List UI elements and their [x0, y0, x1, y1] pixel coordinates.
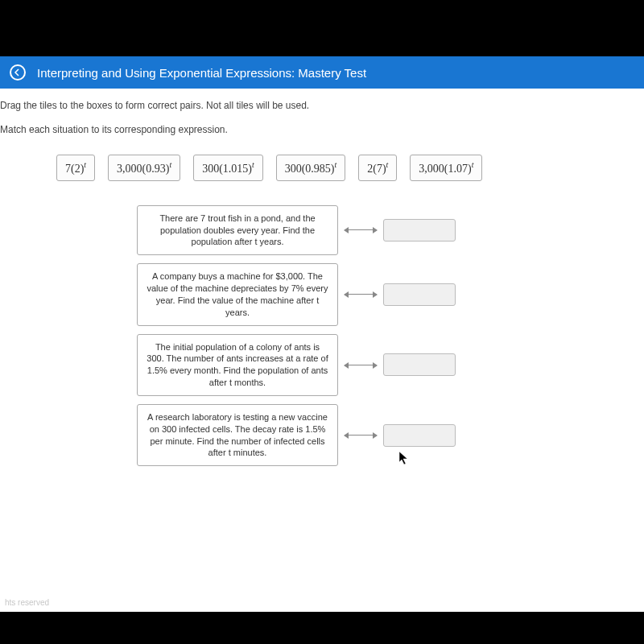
footer-copyright: hts reserved	[5, 598, 49, 607]
arrow-icon	[345, 229, 377, 230]
tile-bank: 7(2)t 3,000(0.93)t 300(1.015)t 300(0.985…	[56, 155, 604, 181]
match-rows: There are 7 trout fish in a pond, and th…	[137, 205, 636, 467]
page-title: Interpreting and Using Exponential Expre…	[37, 66, 366, 80]
match-row: The initial population of a colony of an…	[137, 334, 636, 396]
arrow-icon	[345, 435, 377, 436]
situation-box: There are 7 trout fish in a pond, and th…	[137, 205, 338, 256]
instruction-secondary: Match each situation to its correspondin…	[0, 124, 636, 135]
drop-zone[interactable]	[383, 219, 456, 242]
tile-expression[interactable]: 300(1.015)t	[193, 155, 263, 181]
match-row: A company buys a machine for $3,000. The…	[137, 263, 636, 325]
instruction-primary: Drag the tiles to the boxes to form corr…	[0, 100, 636, 111]
tile-expression[interactable]: 2(7)t	[358, 155, 397, 181]
arrow-icon	[345, 365, 377, 365]
match-row: A research laboratory is testing a new v…	[137, 404, 636, 466]
tile-expression[interactable]: 3,000(1.07)t	[410, 155, 482, 181]
app-screen: Interpreting and Using Exponential Expre…	[0, 56, 644, 612]
match-row: There are 7 trout fish in a pond, and th…	[137, 205, 636, 256]
drop-zone[interactable]	[383, 283, 456, 306]
drop-zone[interactable]	[383, 353, 456, 376]
content-area: Drag the tiles to the boxes to form corr…	[0, 89, 644, 612]
tile-expression[interactable]: 3,000(0.93)t	[108, 155, 180, 181]
tile-expression[interactable]: 7(2)t	[56, 155, 95, 181]
situation-box: The initial population of a colony of an…	[137, 334, 338, 396]
header-bar: Interpreting and Using Exponential Expre…	[0, 56, 644, 89]
back-icon[interactable]	[10, 64, 26, 80]
situation-box: A company buys a machine for $3,000. The…	[137, 263, 338, 325]
arrow-icon	[345, 294, 377, 295]
tile-expression[interactable]: 300(0.985)t	[276, 155, 346, 181]
situation-box: A research laboratory is testing a new v…	[137, 404, 338, 466]
drop-zone[interactable]	[383, 424, 456, 447]
